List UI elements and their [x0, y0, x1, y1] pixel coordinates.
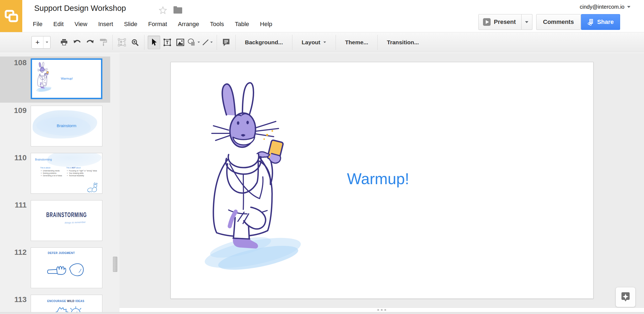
- toolbar-separator: [292, 35, 292, 50]
- select-tool-button[interactable]: [148, 36, 160, 49]
- slide-thumbnail-108[interactable]: Warmup!: [31, 58, 102, 99]
- transition-button[interactable]: Transition...: [380, 39, 425, 46]
- print-icon: [60, 39, 68, 46]
- bullet-list: +Focusing on "right" or "wrong" ideas +Y…: [67, 169, 97, 177]
- insert-shape-button[interactable]: [187, 36, 200, 49]
- slide-number: 108: [7, 58, 27, 67]
- new-slide-button[interactable]: +: [31, 36, 50, 49]
- play-icon: [483, 18, 491, 26]
- present-options-button[interactable]: [522, 14, 532, 30]
- menu-tools[interactable]: Tools: [210, 21, 224, 28]
- line-icon: [202, 39, 209, 46]
- share-org-icon: [587, 18, 594, 26]
- editing-workspace: Warmup!: [119, 53, 644, 314]
- thumb-slide-subtitle: things to remember: [65, 221, 86, 224]
- toolbar-separator: [377, 35, 378, 50]
- toolbar-separator: [112, 35, 113, 50]
- slide-number: 109: [7, 106, 27, 115]
- cursor-icon: [150, 38, 157, 46]
- account-menu[interactable]: cindy@intercom.io: [580, 4, 630, 10]
- menu-help[interactable]: Help: [260, 21, 272, 28]
- comments-button[interactable]: Comments: [536, 14, 581, 30]
- paint-format-button[interactable]: [97, 36, 109, 49]
- slide-number: 110: [7, 153, 27, 162]
- zoom-button[interactable]: [129, 36, 141, 49]
- toolbar-separator: [144, 35, 144, 50]
- slide-thumbnail-111[interactable]: BRAINSTORMING things to remember: [31, 200, 102, 241]
- star-icon[interactable]: [159, 6, 167, 16]
- slide-canvas[interactable]: Warmup!: [171, 62, 594, 299]
- print-button[interactable]: [58, 36, 70, 49]
- slide-filmstrip: 108 Warmup! 109 Brainstorm 110 Brainstor…: [0, 53, 119, 314]
- rabbit-doodle: [86, 181, 99, 193]
- present-button[interactable]: Present: [478, 14, 522, 30]
- menu-arrange[interactable]: Arrange: [178, 21, 199, 28]
- menu-file[interactable]: File: [33, 21, 42, 28]
- insert-comment-button[interactable]: [220, 36, 232, 49]
- thumb-slide-title: ENCOURAGE WILD IDEAS: [47, 300, 84, 303]
- document-title[interactable]: Support Design Workshop: [34, 4, 126, 13]
- filmstrip-scrollbar-thumb[interactable]: [113, 257, 117, 272]
- thumb-slide-title: BRAINSTORMING: [31, 211, 102, 219]
- plus-icon: +: [32, 36, 43, 48]
- app-header: Support Design Workshop File Edit View I…: [0, 0, 644, 32]
- rabbit-illustration-mini: [36, 62, 53, 95]
- thumb-slide-title: Brainstorming: [35, 158, 52, 161]
- menu-insert[interactable]: Insert: [98, 21, 113, 28]
- chevron-down-icon: [627, 6, 630, 8]
- background-button[interactable]: Background...: [238, 39, 289, 46]
- menu-table[interactable]: Table: [235, 21, 249, 28]
- share-label: Share: [597, 18, 614, 26]
- menu-slide[interactable]: Slide: [124, 21, 137, 28]
- chevron-down-icon: [525, 21, 528, 23]
- new-slide-dropdown[interactable]: [43, 36, 50, 48]
- explore-icon: [620, 292, 631, 303]
- layout-button[interactable]: Layout: [295, 39, 333, 46]
- redo-icon: [86, 39, 94, 46]
- rabbit-illustration[interactable]: [203, 82, 308, 288]
- folder-icon[interactable]: [173, 7, 182, 14]
- undo-button[interactable]: [71, 36, 83, 49]
- share-button[interactable]: Share: [581, 14, 620, 30]
- explore-button[interactable]: [616, 287, 635, 307]
- comment-icon: [222, 38, 230, 47]
- bottom-panel-edge: [0, 312, 644, 314]
- shape-icon: [187, 38, 197, 46]
- menu-view[interactable]: View: [74, 21, 87, 28]
- text-box-icon: [163, 38, 171, 46]
- watercolor-wash: [47, 153, 102, 167]
- redo-button[interactable]: [84, 36, 96, 49]
- hand-gavel-doodle: [47, 259, 87, 280]
- zoom-to-fit-button[interactable]: [116, 36, 128, 49]
- slide-title-text[interactable]: Warmup!: [347, 170, 409, 188]
- account-email: cindy@intercom.io: [580, 4, 624, 10]
- slide-thumbnail-109[interactable]: Brainstorm: [31, 106, 102, 146]
- thumb-slide-title: Warmup!: [61, 77, 73, 80]
- toolbar-separator: [336, 35, 336, 50]
- paint-format-icon: [99, 38, 107, 46]
- notes-drag-handle-icon[interactable]: [377, 309, 386, 311]
- undo-icon: [73, 39, 81, 46]
- slides-logo-icon[interactable]: [0, 0, 22, 32]
- insert-line-button[interactable]: [201, 36, 213, 49]
- theme-button[interactable]: Theme...: [339, 39, 375, 46]
- zoom-to-fit-icon: [118, 38, 126, 46]
- slide-thumbnail-112[interactable]: DEFER JUDGMENT: [31, 247, 102, 288]
- column-heading: This is NOT about:: [66, 167, 81, 169]
- slide-number: 112: [7, 248, 27, 257]
- text-box-button[interactable]: [161, 36, 173, 49]
- insert-image-button[interactable]: [174, 36, 186, 49]
- menu-format[interactable]: Format: [148, 21, 167, 28]
- bullet-list: +Understanding needs +Solving problems +…: [41, 169, 62, 177]
- thumb-slide-title: Brainstorm: [31, 123, 102, 128]
- chevron-down-icon: [210, 42, 213, 43]
- present-button-group: Present: [478, 14, 532, 30]
- menu-edit[interactable]: Edit: [53, 21, 64, 28]
- image-icon: [176, 39, 184, 46]
- slide-number: 113: [7, 295, 27, 304]
- slide-thumbnail-113[interactable]: ENCOURAGE WILD IDEAS: [31, 295, 102, 314]
- toolbar-separator: [217, 35, 217, 50]
- slide-thumbnail-110[interactable]: Brainstorming This is about: +Understand…: [31, 153, 102, 194]
- menu-bar: File Edit View Insert Slide Format Arran…: [33, 21, 272, 28]
- chevron-down-icon: [198, 42, 200, 43]
